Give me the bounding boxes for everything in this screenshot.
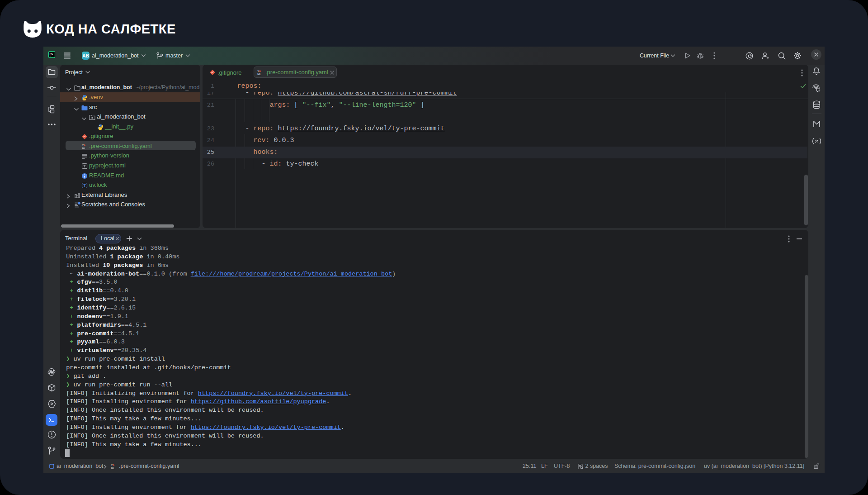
svg-text:PC: PC	[50, 52, 53, 55]
svg-text:ML: ML	[111, 467, 115, 470]
svg-text:ML: ML	[82, 147, 86, 150]
svg-text:YA: YA	[111, 464, 114, 466]
svg-text:YA: YA	[82, 144, 85, 147]
svg-text:ML: ML	[257, 73, 261, 76]
svg-text:YA: YA	[257, 70, 261, 72]
